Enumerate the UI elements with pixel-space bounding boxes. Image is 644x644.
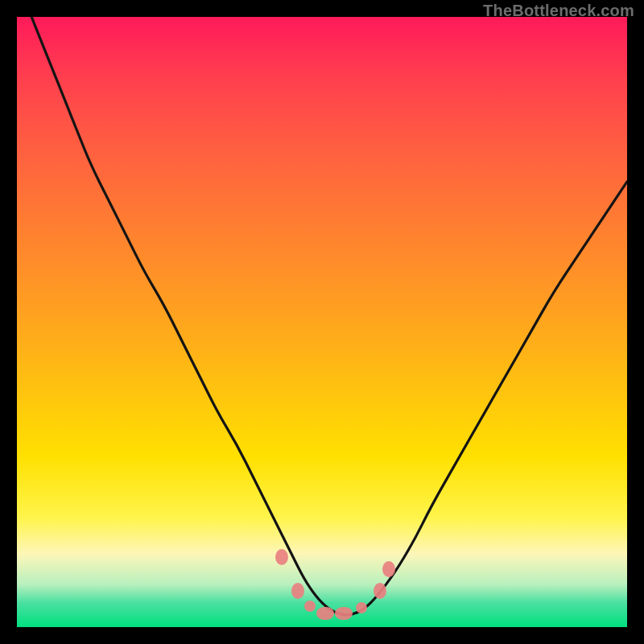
watermark-text: TheBottleneck.com <box>483 2 634 20</box>
data-marker <box>382 561 395 577</box>
data-marker <box>356 602 367 613</box>
data-marker <box>316 607 334 620</box>
bottleneck-curve <box>17 17 627 627</box>
chart-plot-area <box>17 17 627 627</box>
data-marker <box>335 607 353 620</box>
data-marker <box>275 549 288 565</box>
data-marker <box>304 601 316 612</box>
data-marker <box>374 583 386 599</box>
data-marker <box>291 583 304 599</box>
